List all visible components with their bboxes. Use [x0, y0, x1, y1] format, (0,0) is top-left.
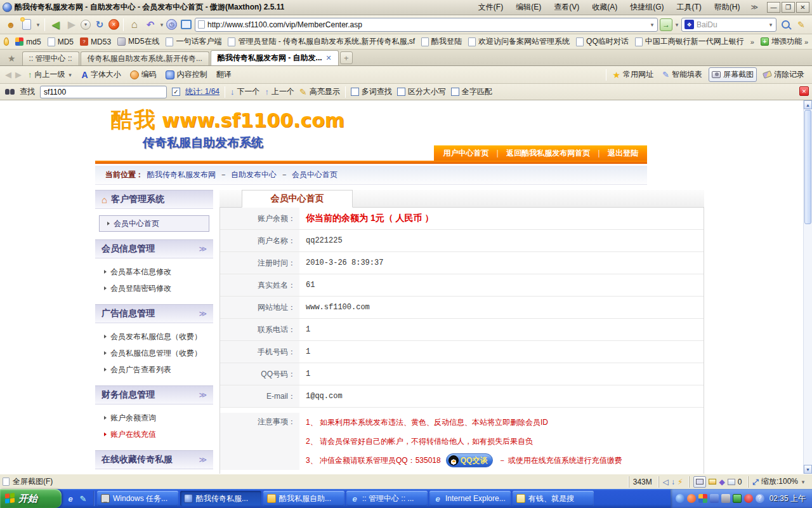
stats-checkbox[interactable]: ✓	[172, 88, 180, 96]
download-icon[interactable]: ↓	[671, 478, 675, 486]
nav-user-center-home[interactable]: 用户中心首页	[443, 148, 488, 159]
highlight-button[interactable]: ✎高亮显示	[299, 86, 340, 97]
tab-close-icon[interactable]: ✕	[326, 54, 332, 62]
tray-network-icon[interactable]	[710, 494, 719, 503]
new-page-dropdown-icon[interactable]: ▾	[36, 22, 41, 28]
resize-icon[interactable]: ⤢	[752, 478, 759, 486]
menu-groups[interactable]: 快捷组(G)	[624, 1, 669, 14]
bookmark-icbc[interactable]: 中国工商银行新一代网上银行	[635, 36, 744, 47]
new-tab-button[interactable]: +	[340, 51, 353, 64]
search-dropdown-icon[interactable]: ▾	[768, 22, 773, 28]
whole-word-option[interactable]: 全字匹配	[451, 86, 492, 97]
search-box[interactable]: ❖ BaiDu ▾	[681, 18, 776, 32]
menu-tools[interactable]: 工具(T)	[671, 1, 707, 14]
whole-word-checkbox[interactable]	[451, 88, 459, 96]
task-search-app[interactable]: 有钱、就是搜	[513, 491, 594, 506]
find-close-button[interactable]: ✕	[799, 86, 809, 96]
bookmark-beian[interactable]: 欢迎访问备案网站管理系统	[468, 36, 570, 47]
tab-publish-system[interactable]: 传奇私服自助发布系统,新开传奇...	[81, 51, 209, 65]
sidebar-item-online-recharge[interactable]: 账户在线充值	[95, 426, 213, 443]
translate-button[interactable]: 翻译	[214, 68, 234, 81]
undo-dropdown-icon[interactable]: ▾	[159, 22, 164, 28]
window-mode-button[interactable]	[693, 476, 706, 488]
content-control-button[interactable]: 内容控制	[163, 68, 210, 81]
menu-favorites[interactable]: 收藏(A)	[586, 1, 623, 14]
sidebar-item-edit-basic-info[interactable]: 会员基本信息修改	[95, 264, 213, 280]
sidebar-section-favorites[interactable]: 在线收藏传奇私服 ≫	[95, 450, 213, 469]
small-forward-icon[interactable]: ▶	[15, 70, 22, 79]
lightning-icon[interactable]: ⚡	[678, 478, 683, 486]
quicklaunch-icon[interactable]: ✎	[78, 493, 88, 504]
speaker-icon[interactable]: ◁	[663, 478, 669, 486]
tab-admin-center[interactable]: :: 管理中心 ::	[22, 51, 79, 65]
stats-link[interactable]: 统计: 1/64	[185, 86, 219, 97]
breadcrumb-site-home[interactable]: 酷我传奇私服发布网	[147, 170, 216, 180]
favorites-shield-icon[interactable]	[4, 37, 9, 46]
address-dropdown-icon[interactable]: ▾	[650, 22, 655, 28]
bookmark-MD5[interactable]: MD5	[48, 37, 74, 46]
enhance-features[interactable]: +增强功能»	[761, 36, 808, 47]
task-windows-taskmgr[interactable]: _Windows 任务...	[97, 491, 178, 506]
undo-button[interactable]: ↶	[143, 18, 157, 32]
bookmark-MD53[interactable]: ?MD53	[80, 37, 111, 46]
tray-help-icon[interactable]: ?	[756, 494, 764, 503]
sidebar-item-member-home[interactable]: 会员中心首页	[99, 215, 209, 232]
menu-file[interactable]: 文件(F)	[473, 1, 509, 14]
member-center-tab[interactable]: 会员中心首页	[242, 190, 353, 208]
breadcrumb-publish-center[interactable]: 自助发布中心	[231, 170, 277, 180]
sidebar-section-ad-info[interactable]: 广告信息管理 ≫	[95, 304, 213, 323]
minimize-button[interactable]: —	[767, 2, 780, 13]
search-button[interactable]	[778, 18, 792, 32]
sidebar-item-manage-server-info[interactable]: 会员私服信息管理（收费）	[95, 345, 213, 361]
go-dropdown-icon[interactable]: ▾	[674, 22, 679, 28]
sidebar-item-change-password[interactable]: 会员登陆密码修改	[95, 280, 213, 297]
go-button[interactable]: →	[660, 18, 672, 31]
tray-display-icon[interactable]	[733, 494, 742, 503]
history-clock-icon[interactable]: ◷	[166, 19, 177, 30]
site-logo[interactable]: 酷我 www.sf1100.com	[111, 105, 704, 135]
tray-alert-icon[interactable]	[744, 494, 753, 503]
sidebar-section-finance[interactable]: 财务信息管理 ≫	[95, 385, 213, 404]
clear-history-button[interactable]: 清除记录	[761, 68, 807, 81]
start-button[interactable]: 开始	[0, 489, 62, 508]
tray-orange-icon[interactable]	[687, 494, 696, 503]
bookmark-admin-login[interactable]: 管理员登陆 - 传奇私服自助发布系统,新开传奇私服,sf	[228, 36, 415, 47]
find-input[interactable]	[40, 86, 167, 98]
book-icon[interactable]: ◆	[719, 478, 724, 486]
match-case-option[interactable]: 区分大小写	[397, 86, 446, 97]
task-admin-center[interactable]: e:: 管理中心 :: ...	[346, 491, 428, 506]
tray-blue-icon[interactable]	[676, 494, 684, 503]
address-bar[interactable]: ▾	[195, 18, 658, 32]
tab-member-center-active[interactable]: 酷我传奇私服发布网 - 自助发...✕	[211, 50, 339, 65]
maximize-button[interactable]: ❐	[782, 2, 795, 13]
up-level-button[interactable]: ↑向上一级▾	[25, 68, 75, 81]
refresh-button[interactable]: ↻	[93, 18, 107, 32]
sidebar-item-publish-server-info[interactable]: 会员发布私服信息（收费）	[95, 328, 213, 345]
bookmark-kuwo-login[interactable]: 酷我登陆	[421, 36, 462, 47]
scroll-up-icon[interactable]: ▲	[804, 100, 812, 109]
page-scrollbar[interactable]: ▲ ▼	[803, 100, 812, 474]
encoding-button[interactable]: 编码	[128, 68, 159, 81]
address-input[interactable]	[207, 20, 647, 29]
scroll-thumb[interactable]	[804, 110, 811, 224]
qq-chat-button[interactable]: QQ交谈	[446, 453, 494, 467]
font-size-button[interactable]: A字体大小	[79, 68, 124, 81]
home-button[interactable]: ⌂	[128, 18, 141, 32]
highlighter-button[interactable]: ✎	[794, 18, 808, 32]
sidebar-section-member-info[interactable]: 会员信息管理 ≫	[95, 239, 213, 258]
zoom-level[interactable]: 缩放:100%	[761, 476, 798, 487]
find-prev-button[interactable]: ↑上一个	[265, 86, 295, 97]
match-case-checkbox[interactable]	[397, 88, 405, 96]
tab-favorite-icon[interactable]: ★	[8, 53, 16, 64]
auto-fill-button[interactable]: ✎智能填表	[660, 68, 705, 81]
multi-find-checkbox[interactable]	[351, 88, 359, 96]
new-window-icon[interactable]	[709, 479, 716, 485]
find-next-button[interactable]: ↓下一个	[230, 86, 260, 97]
window-view-button[interactable]	[179, 18, 193, 32]
stop-button[interactable]: ×	[108, 19, 119, 30]
bookmarks-overflow-icon[interactable]: »	[750, 38, 754, 46]
history-dropdown-icon[interactable]: ▾	[81, 20, 91, 30]
tray-grid-icon[interactable]	[698, 494, 707, 503]
nav-return-home[interactable]: 返回酷我私服发布网首页	[506, 148, 590, 159]
menu-view[interactable]: 查看(V)	[548, 1, 585, 14]
